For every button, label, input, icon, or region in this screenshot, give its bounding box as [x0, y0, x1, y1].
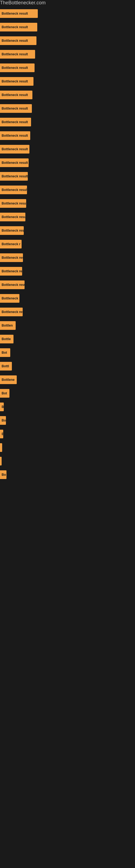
result-bar: Bottleneck result	[0, 158, 29, 167]
result-bar: Bot	[0, 389, 9, 398]
bar-label: Bottleneck result	[2, 80, 28, 83]
result-bar: Bottleneck	[0, 294, 19, 303]
result-bar: Bottleneck result	[0, 63, 35, 72]
bar-row	[0, 456, 135, 466]
bar-label: Bottleneck result	[2, 93, 28, 97]
bars-container: Bottleneck resultBottleneck resultBottle…	[0, 6, 135, 486]
bar-row: Bot	[0, 347, 135, 358]
bar-row: B	[0, 402, 135, 412]
bar-label: Bo	[2, 473, 6, 476]
result-bar: Bottleneck result	[0, 77, 34, 86]
result-bar: Bo	[0, 416, 6, 425]
bar-label: Bottleneck result	[2, 283, 25, 287]
bar-row: Bo	[0, 415, 135, 426]
bar-label: Bottleneck	[2, 297, 18, 300]
bar-row: Bottleneck result	[0, 212, 135, 222]
site-title-text: TheBottlenecker.com	[0, 0, 46, 8]
bar-label: Bottlen	[2, 323, 13, 328]
bar-label: Bottleneck result	[2, 161, 28, 165]
bar-row: Bottleneck resu	[0, 307, 135, 317]
result-bar: Bottleneck result	[0, 172, 28, 181]
bar-label: Bottleneck result	[2, 215, 26, 219]
result-bar: Bottleneck r	[0, 240, 21, 248]
result-bar: Bo	[0, 470, 6, 479]
bar-label: B	[2, 432, 3, 436]
bar-row: Bottl	[0, 361, 135, 371]
bar-label: Bottleneck resu	[2, 310, 23, 314]
bar-row: Bo	[0, 469, 135, 480]
bar-row: Bottleneck res	[0, 266, 135, 276]
site-title: TheBottlenecker.com	[0, 0, 135, 6]
result-bar: Bottleneck resu	[0, 308, 23, 316]
result-bar: Bottleneck result	[0, 199, 26, 208]
bar-label: Bottleneck result	[2, 66, 28, 70]
bar-label: Bottle	[2, 337, 11, 341]
bar-row: Bottleneck result	[0, 280, 135, 290]
bar-row	[0, 442, 135, 453]
result-bar: Bot	[0, 348, 10, 357]
bar-label: B	[2, 405, 4, 409]
bar-row: Bottlen	[0, 320, 135, 331]
result-bar: Bottlen	[0, 321, 16, 330]
result-bar: Bottleneck result	[0, 213, 26, 221]
bar-label: Bottleneck result	[2, 202, 26, 205]
bar-label: Bottleneck result	[2, 39, 28, 42]
bar-label: Bottleneck r	[2, 242, 20, 246]
result-bar: Bottleneck result	[0, 36, 37, 45]
result-bar: Bottleneck result	[0, 91, 32, 99]
result-bar: B	[0, 430, 3, 438]
bar-row: Bottle	[0, 334, 135, 344]
result-bar: B	[0, 403, 4, 411]
bar-label: Bottleneck resu	[2, 256, 23, 259]
bar-label: Bottleneck resu	[2, 229, 24, 232]
result-bar	[0, 443, 2, 452]
result-bar: Bottleneck result	[0, 50, 35, 59]
bar-row: Bottleneck r	[0, 239, 135, 249]
result-bar: Bottleneck result	[0, 186, 27, 194]
bar-row: Bottleneck result	[0, 35, 135, 46]
result-bar	[0, 457, 2, 465]
result-bar: Bottleneck result	[0, 23, 37, 31]
bar-row: Bottleneck result	[0, 158, 135, 168]
result-bar: Bottleneck result	[0, 131, 30, 140]
bar-row: Bottleneck result	[0, 8, 135, 19]
bar-label: Bot	[2, 351, 7, 354]
result-bar: Bottleneck resu	[0, 226, 24, 235]
result-bar: Bottleneck result	[0, 9, 38, 18]
bar-row: Bottleneck result	[0, 117, 135, 127]
bar-row: Bottleneck result	[0, 49, 135, 59]
bar-row: Bottleneck result	[0, 171, 135, 182]
result-bar: Bottleneck result	[0, 145, 30, 154]
bar-row: Bottleneck result	[0, 76, 135, 87]
bar-label: Bottleneck result	[2, 52, 28, 56]
bar-row: Bottlene	[0, 375, 135, 385]
bar-label: Bottleneck result	[2, 120, 28, 124]
bar-row: Bottleneck	[0, 293, 135, 304]
result-bar: Bottleneck result	[0, 280, 25, 289]
result-bar: Bottle	[0, 335, 13, 343]
bar-row: Bottleneck result	[0, 63, 135, 73]
bar-row: Bottleneck result	[0, 185, 135, 195]
result-bar: Bottleneck res	[0, 267, 22, 276]
bar-row: B	[0, 429, 135, 439]
bar-label: Bottleneck result	[2, 12, 28, 16]
bar-label: Bot	[2, 392, 7, 395]
result-bar: Bottlene	[0, 375, 17, 384]
bar-label: Bottleneck result	[2, 25, 28, 29]
bar-row: Bottleneck resu	[0, 225, 135, 236]
bar-row: Bottleneck result	[0, 130, 135, 141]
result-bar: Bottleneck result	[0, 104, 32, 113]
bar-row: Bottleneck resu	[0, 252, 135, 263]
bar-label: Bottleneck res	[2, 269, 22, 273]
bar-label: Bo	[2, 418, 6, 422]
bar-row: Bottleneck result	[0, 144, 135, 154]
bar-label: Bottlene	[2, 378, 14, 382]
bar-label: Bottleneck result	[2, 175, 28, 178]
bar-label: Bottleneck result	[2, 188, 27, 192]
bar-label: Bottleneck result	[2, 106, 28, 111]
bar-label: Bottleneck result	[2, 134, 28, 137]
bar-row: Bot	[0, 388, 135, 399]
bar-row: Bottleneck result	[0, 198, 135, 209]
result-bar: Bottl	[0, 362, 12, 371]
bar-label: Bottleneck result	[2, 147, 28, 151]
